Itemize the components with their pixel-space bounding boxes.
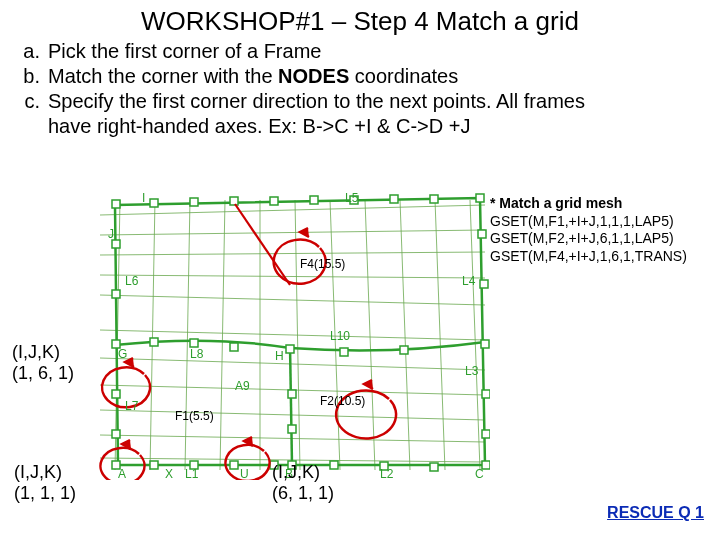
svg-rect-39 bbox=[150, 461, 158, 469]
svg-rect-59 bbox=[288, 425, 296, 433]
steps-list: a. Pick the first corner of a Frame b. M… bbox=[14, 39, 720, 139]
svg-line-3 bbox=[100, 275, 485, 278]
svg-text:F2(10.5): F2(10.5) bbox=[320, 394, 365, 408]
svg-text:G: G bbox=[118, 347, 127, 361]
svg-text:F4(15.5): F4(15.5) bbox=[300, 257, 345, 271]
svg-text:J: J bbox=[108, 227, 114, 241]
svg-rect-24 bbox=[190, 198, 198, 206]
svg-text:I: I bbox=[142, 191, 145, 205]
step-b-text: Match the corner with the NODES coordina… bbox=[48, 64, 458, 89]
svg-rect-51 bbox=[112, 430, 120, 438]
svg-line-2 bbox=[100, 252, 485, 255]
svg-text:L4: L4 bbox=[462, 274, 476, 288]
note-line-3: GSET(M,F4,+I+J,1,6,1,TRANS) bbox=[490, 248, 687, 266]
svg-line-12 bbox=[150, 200, 155, 470]
page-title: WORKSHOP#1 – Step 4 Match a grid bbox=[0, 6, 720, 37]
svg-rect-50 bbox=[112, 390, 120, 398]
svg-text:L10: L10 bbox=[330, 329, 350, 343]
svg-rect-46 bbox=[430, 463, 438, 471]
svg-line-1 bbox=[100, 230, 485, 235]
svg-text:X: X bbox=[165, 467, 173, 480]
step-b-letter: b. bbox=[14, 64, 48, 89]
svg-text:A: A bbox=[118, 467, 126, 480]
svg-text:L6: L6 bbox=[125, 274, 139, 288]
coord-2: (I,J,K)(1, 1, 1) bbox=[14, 462, 76, 503]
svg-text:C: C bbox=[475, 467, 484, 480]
svg-rect-23 bbox=[150, 199, 158, 207]
svg-text:F1(5.5): F1(5.5) bbox=[175, 409, 214, 423]
svg-text:L7: L7 bbox=[125, 399, 139, 413]
svg-line-21 bbox=[470, 200, 480, 470]
svg-rect-32 bbox=[478, 230, 486, 238]
note-line-1: GSET(M,F1,+I+J,1,1,1,LAP5) bbox=[490, 213, 687, 231]
coord-3: (I,J,K)(6, 1, 1) bbox=[272, 462, 334, 503]
svg-line-13 bbox=[185, 200, 190, 470]
svg-rect-55 bbox=[286, 345, 294, 353]
svg-text:U: U bbox=[240, 467, 249, 480]
svg-line-4 bbox=[100, 295, 485, 305]
step-a-letter: a. bbox=[14, 39, 48, 64]
svg-rect-52 bbox=[150, 338, 158, 346]
step-a-text: Pick the first corner of a Frame bbox=[48, 39, 321, 64]
step-c-letter: c. bbox=[14, 89, 48, 114]
svg-rect-35 bbox=[482, 390, 490, 398]
svg-rect-25 bbox=[230, 197, 238, 205]
svg-rect-53 bbox=[190, 339, 198, 347]
step-c-line2: have right-handed axes. Ex: B->C +I & C-… bbox=[14, 114, 720, 139]
note-line-2: GSET(M,F2,+I+J,6,1,1,LAP5) bbox=[490, 230, 687, 248]
svg-rect-47 bbox=[112, 240, 120, 248]
step-c-line1: Specify the first corner direction to th… bbox=[48, 89, 585, 114]
svg-text:L2: L2 bbox=[380, 467, 394, 480]
svg-text:A9: A9 bbox=[235, 379, 250, 393]
note-title: * Match a grid mesh bbox=[490, 195, 687, 213]
svg-line-8 bbox=[100, 410, 485, 420]
note-block: * Match a grid mesh GSET(M,F1,+I+J,1,1,1… bbox=[490, 195, 687, 265]
svg-rect-33 bbox=[480, 280, 488, 288]
svg-rect-30 bbox=[430, 195, 438, 203]
svg-rect-36 bbox=[482, 430, 490, 438]
svg-rect-29 bbox=[390, 195, 398, 203]
svg-rect-22 bbox=[112, 200, 120, 208]
svg-rect-58 bbox=[288, 390, 296, 398]
svg-line-14 bbox=[220, 200, 225, 470]
rescue-link[interactable]: RESCUE Q 1 bbox=[607, 504, 704, 522]
svg-line-20 bbox=[435, 200, 445, 470]
svg-rect-31 bbox=[476, 194, 484, 202]
svg-text:L3: L3 bbox=[465, 364, 479, 378]
svg-line-18 bbox=[365, 200, 375, 470]
svg-text:H: H bbox=[275, 349, 284, 363]
svg-rect-26 bbox=[270, 197, 278, 205]
svg-text:L5: L5 bbox=[345, 191, 359, 205]
svg-line-6 bbox=[100, 358, 485, 370]
svg-rect-34 bbox=[481, 340, 489, 348]
svg-text:L1: L1 bbox=[185, 467, 199, 480]
svg-rect-48 bbox=[112, 290, 120, 298]
svg-rect-27 bbox=[310, 196, 318, 204]
svg-text:L8: L8 bbox=[190, 347, 204, 361]
svg-rect-57 bbox=[400, 346, 408, 354]
coord-1: (I,J,K)(1, 6, 1) bbox=[12, 342, 74, 383]
diagram: I J L5 L4 L6 F4(15.5) L10 L3 L8 G H L7 F… bbox=[90, 190, 490, 480]
svg-rect-54 bbox=[230, 343, 238, 351]
svg-line-19 bbox=[400, 200, 410, 470]
svg-rect-41 bbox=[230, 461, 238, 469]
svg-rect-56 bbox=[340, 348, 348, 356]
